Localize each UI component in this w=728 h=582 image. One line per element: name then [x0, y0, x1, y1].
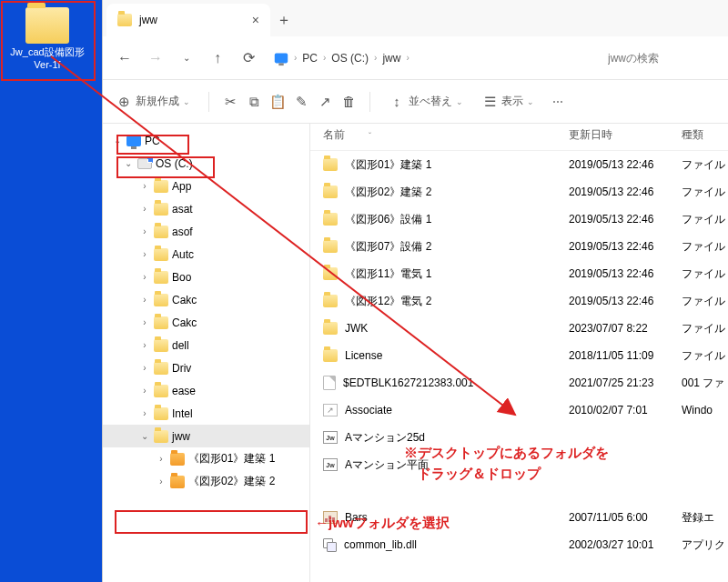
chevron-right-icon[interactable]: ›: [139, 272, 150, 282]
plus-circle-icon: ⊕: [116, 94, 132, 110]
list-row[interactable]: 《図形12》電気 2 2019/05/13 22:46 ファイル: [310, 287, 728, 315]
tree-jww[interactable]: ⌄jww: [103, 425, 309, 447]
file-date: 2023/07/07 8:22: [569, 322, 682, 335]
tree-item[interactable]: ›asat: [103, 197, 309, 220]
chevron-right-icon[interactable]: ›: [139, 340, 150, 350]
folder-icon: [117, 14, 132, 26]
chevron-right-icon[interactable]: ›: [139, 408, 150, 418]
folder-icon: [154, 385, 168, 397]
tab-jww[interactable]: jww ×: [106, 4, 270, 36]
delete-icon[interactable]: 🗑: [340, 94, 357, 109]
crumb-pc[interactable]: PC: [302, 52, 318, 65]
col-type-header[interactable]: 種類: [682, 127, 728, 143]
list-row[interactable]: 《図形11》電気 1 2019/05/13 22:46 ファイル: [310, 260, 728, 287]
breadcrumb[interactable]: › PC › OS (C:) › jww ›: [267, 46, 417, 70]
list-row[interactable]: Bars 2007/11/05 6:00 登録エ: [310, 504, 728, 531]
file-date: 2021/07/25 21:23: [569, 376, 682, 389]
file-type: ファイル: [682, 212, 728, 227]
file-type: ファイル: [682, 294, 728, 309]
pc-icon: [275, 53, 288, 63]
tree-item-label: 《図形01》建築 1: [188, 451, 275, 467]
rename-icon[interactable]: ✎: [293, 94, 309, 110]
file-date: 2007/11/05 6:00: [569, 511, 682, 524]
chevron-right-icon[interactable]: ›: [139, 386, 150, 396]
list-row[interactable]: JWK 2023/07/07 8:22 ファイル: [310, 315, 728, 342]
chevron-right-icon[interactable]: ›: [139, 226, 150, 236]
chevron-down-icon[interactable]: ⌄: [174, 45, 199, 71]
file-list[interactable]: 名前ˇ 更新日時 種類 《図形01》建築 1 2019/05/13 22:46 …: [310, 124, 728, 582]
tree-item[interactable]: ›Cakc: [103, 288, 309, 311]
tree-item[interactable]: ›Boo: [103, 266, 309, 288]
tree-pc[interactable]: ⌄PC: [103, 129, 309, 152]
chevron-right-icon[interactable]: ›: [156, 454, 167, 464]
chevron-right-icon[interactable]: ›: [139, 295, 150, 305]
file-name: 《図形01》建築 1: [345, 157, 431, 173]
sort-button[interactable]: ↕並べ替え⌄: [383, 90, 469, 113]
chevron-down-icon: ⌄: [183, 97, 190, 106]
tree-item[interactable]: ›Intel: [103, 402, 309, 425]
tree-item[interactable]: ›App: [103, 175, 309, 197]
list-row[interactable]: 《図形02》建築 2 2019/05/13 22:46 ファイル: [310, 178, 728, 206]
back-button[interactable]: ←: [112, 45, 137, 71]
tree-item[interactable]: ›Cakc: [103, 311, 309, 334]
list-row[interactable]: 《図形01》建築 1 2019/05/13 22:46 ファイル: [310, 151, 728, 178]
file-type: ファイル: [682, 266, 728, 282]
refresh-button[interactable]: ⟳: [236, 45, 261, 71]
chevron-right-icon[interactable]: ›: [139, 181, 150, 191]
tree-item[interactable]: ›Driv: [103, 356, 309, 379]
col-name-header[interactable]: 名前ˇ: [323, 127, 569, 143]
crumb-folder[interactable]: jww: [382, 52, 400, 65]
share-icon[interactable]: ↗: [317, 94, 333, 110]
file-name: 《図形12》電気 2: [345, 294, 431, 309]
chevron-right-icon[interactable]: ›: [139, 204, 150, 214]
search-input[interactable]: [601, 46, 719, 70]
desktop-folder[interactable]: Jw_cad設備図形Ver-1f: [5, 7, 89, 72]
tree-item[interactable]: ›dell: [103, 334, 309, 356]
tree-view[interactable]: ⌄PC ⌄OS (C:) ›App›asat›asof›Autc›Boo›Cak…: [103, 124, 310, 582]
list-row[interactable]: $EDTBLK1627212383.001 2021/07/25 21:23 0…: [310, 369, 728, 396]
chevron-down-icon[interactable]: ⌄: [123, 158, 134, 168]
file-name: JWK: [345, 322, 368, 335]
list-row[interactable]: JwAマンション25d: [310, 424, 728, 451]
tree-item[interactable]: ›ease: [103, 379, 309, 402]
new-tab-button[interactable]: ＋: [270, 4, 298, 36]
tree-drive[interactable]: ⌄OS (C:): [103, 152, 309, 175]
list-row[interactable]: 《図形06》設備 1 2019/05/13 22:46 ファイル: [310, 206, 728, 233]
col-date-header[interactable]: 更新日時: [569, 127, 682, 143]
chevron-right-icon[interactable]: ›: [139, 363, 150, 373]
chevron-down-icon[interactable]: ⌄: [139, 431, 150, 441]
list-row[interactable]: License 2018/11/05 11:09 ファイル: [310, 342, 728, 369]
list-row[interactable]: 《図形07》設備 2 2019/05/13 22:46 ファイル: [310, 233, 728, 260]
chevron-right-icon[interactable]: ›: [139, 317, 150, 327]
folder-icon: [154, 339, 168, 352]
file-name: Aマンション25d: [345, 430, 425, 446]
chevron-right-icon[interactable]: ›: [139, 249, 150, 259]
tab-close-icon[interactable]: ×: [252, 13, 259, 27]
chevron-down-icon[interactable]: ⌄: [112, 135, 123, 146]
crumb-drive[interactable]: OS (C:): [331, 52, 369, 65]
up-button[interactable]: ↑: [205, 45, 230, 71]
view-button[interactable]: ☰表示⌄: [476, 90, 540, 114]
chevron-right-icon: ›: [406, 53, 409, 63]
tree-item-label: asof: [172, 226, 193, 238]
tree-item[interactable]: ›Autc: [103, 243, 309, 266]
list-row[interactable]: JwAマンション平面: [310, 451, 728, 478]
tree-item[interactable]: ›《図形02》建築 2: [103, 470, 309, 493]
list-row[interactable]: common_lib.dll 2002/03/27 10:01 アプリク: [310, 531, 728, 558]
more-button[interactable]: ⋯: [547, 92, 569, 112]
list-row[interactable]: ↗Associate 2010/02/07 7:01 Windo: [310, 396, 728, 424]
tree-item[interactable]: ›《図形01》建築 1: [103, 447, 309, 470]
folder-icon: [323, 267, 338, 280]
chevron-right-icon[interactable]: ›: [156, 477, 167, 487]
sort-indicator-icon: ˇ: [369, 131, 371, 140]
folder-icon: [170, 453, 185, 466]
file-date: 2019/05/13 22:46: [569, 295, 682, 307]
copy-icon[interactable]: ⧉: [246, 94, 262, 110]
new-button[interactable]: ⊕新規作成⌄: [110, 90, 196, 114]
view-icon: ☰: [481, 94, 498, 110]
paste-icon[interactable]: 📋: [269, 94, 286, 110]
column-headers: 名前ˇ 更新日時 種類: [310, 124, 728, 151]
tree-item[interactable]: ›asof: [103, 220, 309, 243]
cut-icon[interactable]: ✂: [222, 94, 238, 110]
forward-button[interactable]: →: [143, 45, 168, 71]
